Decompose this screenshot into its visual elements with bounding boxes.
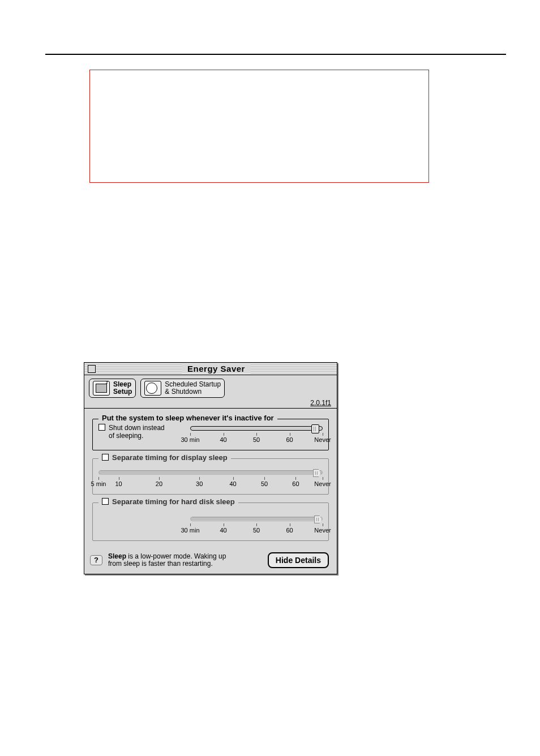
footer-help-text: Sleep is a low-power mode. Waking up fro… — [108, 553, 262, 568]
display-sleep-checkbox[interactable] — [102, 454, 109, 461]
group-harddisk-legend: Separate timing for hard disk sleep — [98, 497, 238, 506]
group-harddisk-sleep: Separate timing for hard disk sleep — [92, 502, 329, 541]
display-sleep-slider[interactable]: 5 min 10 20 30 40 50 60 Never — [98, 463, 323, 488]
window-title: Energy Saver — [182, 364, 251, 373]
footer-row: ? Sleep is a low-power mode. Waking up f… — [90, 549, 331, 569]
group-display-legend: Separate timing for display sleep — [98, 453, 231, 462]
tab-scheduled-label: Scheduled Startup & Shutdown — [165, 381, 221, 396]
clock-icon — [144, 381, 161, 396]
hide-details-button[interactable]: Hide Details — [268, 552, 329, 568]
system-slider-labels: 30 min 40 50 60 Never — [190, 436, 323, 444]
shutdown-instead-label: Shut down instead of sleeping. — [109, 424, 165, 440]
tab-sleep-setup-label: Sleep Setup — [113, 381, 132, 396]
display-slider-labels: 5 min 10 20 30 40 50 60 Never — [98, 480, 323, 488]
slider-thumb-icon[interactable] — [311, 424, 319, 433]
group-system-legend: Put the system to sleep whenever it's in… — [98, 414, 277, 422]
tabs-row: Sleep Setup Scheduled Startup & Shutdown — [84, 375, 337, 399]
monitor-sleep-icon — [93, 381, 110, 396]
group-system-sleep: Put the system to sleep whenever it's in… — [92, 419, 329, 450]
slider-thumb-icon[interactable] — [314, 516, 322, 523]
version-label: 2.0.1f1 — [84, 399, 337, 408]
harddisk-sleep-slider[interactable]: 30 min 40 50 60 Never — [190, 514, 323, 535]
energy-saver-window: Energy Saver Sleep Setup Scheduled Start… — [84, 362, 337, 574]
close-box-icon[interactable] — [88, 365, 96, 373]
harddisk-sleep-checkbox[interactable] — [102, 498, 109, 505]
titlebar[interactable]: Energy Saver — [84, 363, 337, 375]
group-display-sleep: Separate timing for display sleep — [92, 458, 329, 495]
system-sleep-slider[interactable]: 30 min 40 50 60 Never — [190, 424, 323, 444]
red-placeholder-box — [89, 70, 429, 183]
help-icon[interactable]: ? — [90, 555, 102, 565]
tab-scheduled[interactable]: Scheduled Startup & Shutdown — [140, 379, 225, 398]
harddisk-slider-labels: 30 min 40 50 60 Never — [190, 527, 323, 535]
shutdown-instead-checkbox[interactable] — [98, 424, 105, 431]
tab-sleep-setup[interactable]: Sleep Setup — [89, 379, 136, 398]
page-top-rule — [45, 54, 506, 55]
slider-thumb-icon[interactable] — [313, 469, 321, 477]
